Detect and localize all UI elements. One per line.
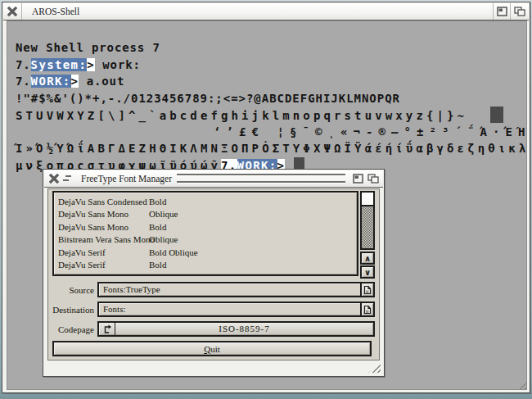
font-family-cell: DejaVu Serif	[58, 247, 106, 259]
close-icon	[7, 7, 17, 16]
destination-file-popup-button[interactable]	[360, 302, 375, 317]
prompt-path-highlight: WORK:	[31, 75, 71, 88]
source-input[interactable]: Fonts:TrueType	[97, 282, 363, 297]
font-list-row[interactable]: DejaVu SerifBold Oblique	[54, 247, 357, 259]
font-list-row[interactable]: DejaVu SerifBold	[54, 259, 357, 271]
font-list[interactable]: DejaVu Sans CondensedBoldDejaVu Sans Mon…	[52, 191, 358, 276]
font-list-row[interactable]: DejaVu Sans MonoOblique	[54, 208, 357, 220]
fm-titlebar[interactable]: FreeType Font Manager	[44, 170, 383, 188]
font-style-cell: Oblique	[149, 208, 178, 220]
console-line: ‘’£€ ¦§¯©ͺ«¬-®–°±²³΄΅Ά·ΈΉ	[214, 124, 527, 140]
fm-content: DejaVu Sans CondensedBoldDejaVu Sans Mon…	[47, 188, 380, 360]
prompt-caret-cell: >	[87, 58, 95, 71]
font-manager-window: FreeType Font Manager DejaVu Sans Conden…	[43, 169, 385, 377]
cycle-icon-cell	[99, 323, 115, 335]
window-title: FreeType Font Manager	[81, 174, 172, 184]
font-family-cell: Bitstream Vera Sans Mono	[58, 234, 155, 246]
iconify-icon	[63, 174, 71, 184]
console-text: STUVWXYZ[\]^_`abcdefghijklmnopqrstuvwxyz…	[16, 109, 467, 122]
console-text: New Shell process 7	[16, 41, 160, 54]
font-list-row[interactable]: DejaVu Sans MonoBold	[54, 221, 357, 234]
zoom-icon	[353, 174, 363, 184]
console-text: 7.	[16, 75, 31, 88]
zoom-button[interactable]	[493, 3, 510, 20]
console-line: 7.System:> work:	[16, 57, 141, 73]
close-button[interactable]	[3, 3, 22, 20]
close-icon	[49, 174, 59, 184]
console-line: STUVWXYZ[\]^_`abcdefghijklmnopqrstuvwxyz…	[16, 107, 503, 123]
console-text: work:	[95, 58, 141, 71]
font-list-row[interactable]: DejaVu Sans CondensedBold	[54, 196, 357, 208]
source-file-popup-button[interactable]	[360, 282, 375, 297]
font-family-cell: DejaVu Serif	[58, 259, 106, 271]
console-line: 7.WORK:> a.out	[16, 73, 124, 89]
codepage-cycle-gadget[interactable]: ISO-8859-7	[97, 321, 375, 337]
del-char-block	[490, 107, 503, 123]
depth-icon	[367, 174, 379, 184]
titlebar-drag-lines[interactable]	[177, 174, 345, 184]
codepage-label: Codepage	[48, 324, 94, 334]
shell-titlebar[interactable]: AROS-Shell	[3, 3, 529, 20]
console-text: Ί»Ό½ΎΏΐΑΒΓΔΕΖΗΘΙΚΛΜΝΞΟΠΡȮΣΤΥΦΧΨΩΪΫάέήίΰα…	[16, 142, 527, 155]
scrollbar-thumb[interactable]	[362, 193, 373, 206]
console-line: New Shell process 7	[16, 39, 160, 56]
close-button[interactable]	[47, 170, 61, 187]
resize-grip[interactable]	[368, 363, 381, 373]
console-line: Ί»Ό½ΎΏΐΑΒΓΔΕΖΗΘΙΚΛΜΝΞΟΠΡȮΣΤΥΦΧΨΩΪΫάέήίΰα…	[16, 140, 527, 156]
scrollbar-track[interactable]	[360, 191, 375, 250]
cycle-icon	[102, 324, 112, 334]
depth-icon	[514, 7, 525, 16]
console-text: a.out	[79, 75, 124, 88]
console-text: 7.	[16, 58, 31, 71]
font-style-cell: Bold	[149, 259, 166, 271]
destination-input[interactable]: Fonts:	[97, 302, 363, 317]
font-style-cell: Bold	[149, 221, 166, 234]
zoom-button[interactable]	[350, 170, 365, 187]
console-text: ‘’£€ ¦§¯©ͺ«¬-®–°±²³΄΅Ά·ΈΉ	[214, 125, 527, 138]
font-family-cell: DejaVu Sans Mono	[58, 221, 128, 234]
console-line: !"#$%&'()*+,-./0123456789:;<=>?@ABCDEFGH…	[16, 90, 400, 107]
prompt-path-highlight: System:	[31, 58, 88, 71]
depth-button[interactable]	[510, 3, 529, 20]
font-list-row[interactable]: Bitstream Vera Sans MonoOblique	[54, 234, 357, 246]
console-text: !"#$%&'()*+,-./0123456789:;<=>?@ABCDEFGH…	[16, 92, 400, 105]
file-popup-icon	[363, 305, 372, 315]
iconify-button[interactable]	[61, 170, 73, 187]
zoom-icon	[497, 7, 507, 16]
quit-button[interactable]: Quit	[52, 341, 372, 356]
destination-label: Destination	[48, 305, 94, 315]
chevron-up-icon: ∧	[364, 254, 371, 263]
chevron-down-icon: ∨	[364, 268, 371, 277]
font-style-cell: Bold Oblique	[149, 247, 198, 259]
quit-button-label: Quit	[204, 344, 220, 354]
desktop: { "colors": { "highlight_blue": "#5679ad…	[0, 0, 532, 399]
codepage-value: ISO-8859-7	[115, 323, 373, 335]
scroll-down-button[interactable]: ∨	[360, 265, 375, 279]
file-popup-icon	[363, 285, 372, 295]
scroll-up-button[interactable]: ∧	[360, 252, 375, 265]
window-title: AROS-Shell	[32, 7, 79, 16]
font-family-cell: DejaVu Sans Mono	[58, 208, 128, 220]
prompt-caret-cell: >	[71, 75, 79, 88]
depth-button[interactable]	[365, 170, 381, 187]
font-family-cell: DejaVu Sans Condensed	[58, 196, 147, 208]
font-style-cell: Bold	[149, 196, 166, 208]
source-label: Source	[48, 285, 94, 295]
font-style-cell: Oblique	[149, 234, 178, 246]
